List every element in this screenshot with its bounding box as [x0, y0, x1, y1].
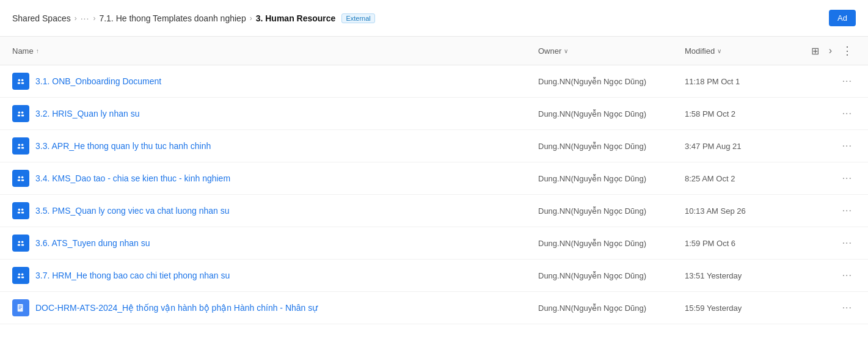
breadcrumb-parent[interactable]: 7.1. He thong Templates doanh nghiep	[99, 13, 246, 23]
breadcrumb-ellipsis[interactable]: ···	[81, 13, 90, 23]
row-owner: Dung.NN(Nguyễn Ngọc Dũng)	[538, 109, 685, 118]
row-owner: Dung.NN(Nguyễn Ngọc Dũng)	[538, 174, 685, 183]
table-row[interactable]: 3.4. KMS_Dao tao - chia se kien thuc - k…	[0, 162, 868, 195]
table-row[interactable]: 3.5. PMS_Quan ly cong viec va chat luong…	[0, 195, 868, 227]
table-header: Name ↑ Owner ∨ Modified ∨ ⊞ › ⋮	[0, 37, 868, 65]
svg-rect-28	[18, 304, 23, 311]
row-actions: ···	[807, 107, 856, 120]
row-name-cell: 3.2. HRIS_Quan ly nhan su	[12, 105, 538, 122]
table-row[interactable]: 3.6. ATS_Tuyen dung nhan su Dung.NN(Nguy…	[0, 227, 868, 260]
breadcrumb-sep-3: ›	[250, 14, 252, 23]
row-more-button[interactable]: ···	[839, 172, 856, 185]
row-modified: 10:13 AM Sep 26	[685, 206, 807, 216]
row-name[interactable]: 3.3. APR_He thong quan ly thu tuc hanh c…	[35, 141, 211, 151]
row-type-icon	[12, 170, 29, 187]
col-owner-header[interactable]: Owner ∨	[538, 46, 685, 56]
row-name-cell: 3.4. KMS_Dao tao - chia se kien thuc - k…	[12, 170, 538, 187]
col-modified-sort: ∨	[717, 48, 721, 54]
breadcrumb-sep-2: ›	[93, 14, 95, 23]
row-owner: Dung.NN(Nguyễn Ngọc Dũng)	[538, 271, 685, 280]
table-row[interactable]: 3.3. APR_He thong quan ly thu tuc hanh c…	[0, 130, 868, 162]
row-actions: ···	[807, 172, 856, 185]
table-row[interactable]: 3.1. ONB_Onboarding Document Dung.NN(Ngu…	[0, 65, 868, 98]
svg-rect-18	[18, 212, 20, 214]
row-name[interactable]: 3.4. KMS_Dao tao - chia se kien thuc - k…	[35, 173, 230, 183]
external-badge: External	[341, 13, 374, 23]
col-modified-header[interactable]: Modified ∨	[685, 46, 807, 56]
row-more-button[interactable]: ···	[839, 269, 856, 282]
row-name-cell: DOC-HRM-ATS-2024_Hệ thống vận hành bộ ph…	[12, 299, 538, 316]
row-actions: ···	[807, 204, 856, 217]
svg-point-9	[21, 144, 24, 147]
svg-rect-3	[21, 82, 24, 84]
table-row[interactable]: 3.2. HRIS_Quan ly nhan su Dung.NN(Nguyễn…	[0, 98, 868, 130]
breadcrumb: Shared Spaces › ··· › 7.1. He thong Temp…	[0, 0, 868, 37]
row-name-cell: 3.6. ATS_Tuyen dung nhan su	[12, 235, 538, 252]
svg-rect-27	[21, 277, 24, 278]
svg-point-17	[21, 209, 24, 211]
row-more-button[interactable]: ···	[839, 75, 856, 88]
row-name[interactable]: 3.7. HRM_He thong bao cao chi tiet phong…	[35, 271, 230, 280]
svg-point-1	[21, 79, 24, 82]
row-name[interactable]: 3.1. ONB_Onboarding Document	[35, 76, 161, 86]
row-more-button[interactable]: ···	[839, 236, 856, 250]
col-name-header[interactable]: Name ↑	[12, 46, 538, 56]
row-actions: ···	[807, 236, 856, 250]
row-name[interactable]: DOC-HRM-ATS-2024_Hệ thống vận hành bộ ph…	[35, 303, 318, 313]
row-type-icon	[12, 137, 29, 155]
svg-rect-22	[18, 244, 20, 246]
row-more-button[interactable]: ···	[839, 204, 856, 217]
svg-point-20	[18, 241, 21, 244]
col-modified-label: Modified	[685, 46, 715, 56]
svg-rect-30	[19, 307, 22, 308]
svg-rect-11	[21, 147, 24, 149]
row-actions: ···	[807, 269, 856, 282]
row-modified: 13:51 Yesterday	[685, 271, 807, 280]
more-options-icon[interactable]: ⋮	[839, 43, 856, 59]
row-modified: 11:18 PM Oct 1	[685, 77, 807, 86]
row-name-cell: 3.1. ONB_Onboarding Document	[12, 73, 538, 90]
row-name[interactable]: 3.5. PMS_Quan ly cong viec va chat luong…	[35, 206, 230, 216]
svg-point-8	[18, 144, 21, 147]
row-owner: Dung.NN(Nguyễn Ngọc Dũng)	[538, 142, 685, 151]
chevron-right-icon[interactable]: ›	[826, 44, 834, 57]
row-name[interactable]: 3.6. ATS_Tuyen dung nhan su	[35, 238, 150, 248]
row-actions: ···	[807, 139, 856, 153]
table-row[interactable]: 3.7. HRM_He thong bao cao chi tiet phong…	[0, 260, 868, 292]
row-name-cell: 3.3. APR_He thong quan ly thu tuc hanh c…	[12, 137, 538, 155]
svg-rect-7	[21, 115, 24, 117]
table-row[interactable]: DOC-HRM-ATS-2024_Hệ thống vận hành bộ ph…	[0, 292, 868, 324]
row-actions: ···	[807, 75, 856, 88]
row-name-cell: 3.7. HRM_He thong bao cao chi tiet phong…	[12, 267, 538, 284]
row-owner: Dung.NN(Nguyễn Ngọc Dũng)	[538, 206, 685, 216]
svg-rect-26	[18, 277, 20, 278]
row-more-button[interactable]: ···	[839, 139, 856, 153]
svg-rect-15	[21, 180, 24, 181]
row-owner: Dung.NN(Nguyễn Ngọc Dũng)	[538, 77, 685, 86]
svg-rect-23	[21, 244, 24, 246]
svg-rect-29	[19, 306, 22, 307]
svg-point-4	[18, 112, 21, 114]
row-modified: 15:59 Yesterday	[685, 304, 807, 313]
row-type-icon	[12, 299, 29, 316]
svg-rect-31	[19, 308, 21, 309]
svg-point-21	[21, 241, 24, 244]
table-body: 3.1. ONB_Onboarding Document Dung.NN(Ngu…	[0, 65, 868, 324]
row-modified: 1:59 PM Oct 6	[685, 239, 807, 248]
row-owner: Dung.NN(Nguyễn Ngọc Dũng)	[538, 304, 685, 313]
svg-rect-10	[18, 147, 20, 149]
row-modified: 8:25 AM Oct 2	[685, 174, 807, 183]
row-more-button[interactable]: ···	[839, 107, 856, 120]
breadcrumb-shared-spaces[interactable]: Shared Spaces	[12, 13, 71, 23]
svg-rect-6	[18, 115, 20, 117]
row-modified: 1:58 PM Oct 2	[685, 109, 807, 118]
row-more-button[interactable]: ···	[839, 301, 856, 315]
col-actions-header: ⊞ › ⋮	[807, 43, 856, 59]
svg-rect-19	[21, 212, 24, 214]
grid-view-icon[interactable]: ⊞	[809, 44, 822, 58]
row-type-icon	[12, 202, 29, 219]
row-actions: ···	[807, 301, 856, 315]
row-name[interactable]: 3.2. HRIS_Quan ly nhan su	[35, 109, 139, 118]
add-button[interactable]: Ad	[829, 10, 856, 26]
col-owner-sort: ∨	[564, 48, 568, 54]
